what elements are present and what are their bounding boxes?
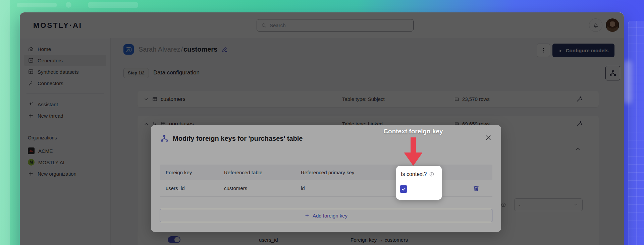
tutorial-arrow xyxy=(404,137,422,166)
app-window: MOSTLY·AI Home xyxy=(20,12,624,245)
desktop-left-highlight xyxy=(0,0,10,245)
desktop-grid-panel xyxy=(628,21,644,245)
is-context-checkbox[interactable] xyxy=(400,185,407,193)
desktop-deco-pill xyxy=(88,2,138,8)
desktop-glow xyxy=(623,60,632,104)
tutorial-annotation: Context foreign key xyxy=(375,128,451,135)
spotlight-header-text: Is context? xyxy=(401,171,427,177)
tutorial-dim-overlay xyxy=(20,12,624,245)
desktop-background: MOSTLY·AI Home xyxy=(0,0,644,245)
desktop-deco-dot xyxy=(66,2,71,8)
spotlight-header: Is context? xyxy=(401,171,434,177)
is-context-spotlight: Is context? xyxy=(396,166,442,200)
desktop-deco-pill xyxy=(17,3,57,7)
info-icon[interactable] xyxy=(429,172,434,177)
